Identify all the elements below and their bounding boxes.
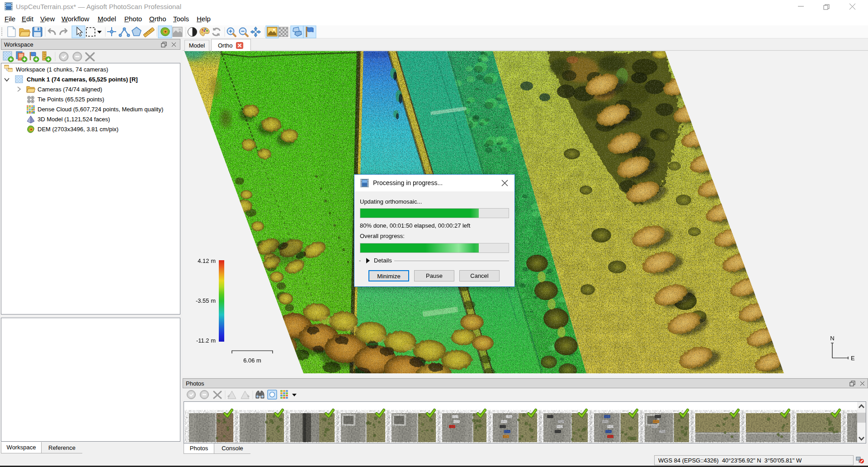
svg-text:E: E xyxy=(851,355,855,362)
svg-text:4.12 m: 4.12 m xyxy=(198,257,216,264)
svg-text:6.06 m: 6.06 m xyxy=(243,357,261,364)
svg-text:N: N xyxy=(830,335,834,342)
svg-text:-3.55 m: -3.55 m xyxy=(196,297,216,304)
svg-text:-11.2 m: -11.2 m xyxy=(196,337,216,344)
